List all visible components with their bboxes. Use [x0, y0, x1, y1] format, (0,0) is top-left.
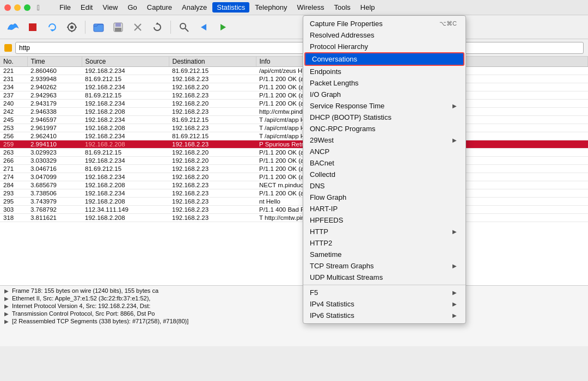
minimize-button[interactable]: [14, 4, 21, 11]
table-row[interactable]: 271 3.046716 81.69.212.15 192.168.2.23 P…: [0, 165, 588, 173]
info-row[interactable]: ▶[2 Reassembled TCP Segments (338 bytes)…: [0, 317, 588, 325]
table-row[interactable]: 256 2.962410 192.168.2.234 81.69.212.15 …: [0, 132, 588, 140]
start-capture-button[interactable]: [4, 19, 22, 36]
dropdown-item-ancp[interactable]: ANCP: [303, 146, 465, 157]
packet-table-container: No. Time Source Destination Info 221 2.8…: [0, 57, 588, 285]
dropdown-item-29west[interactable]: 29West▶: [303, 134, 465, 146]
table-row[interactable]: 318 3.811621 192.168.2.208 192.168.2.23 …: [0, 214, 588, 222]
menu-go[interactable]: Go: [123, 2, 141, 13]
dropdown-item-hpfeeds[interactable]: HPFEEDS: [303, 214, 465, 226]
dropdown-item-conversations[interactable]: Conversations: [304, 52, 464, 66]
capture-options-button[interactable]: [63, 19, 81, 36]
dropdown-item-packet-lengths[interactable]: Packet Lengths: [303, 77, 465, 89]
filter-bar: [0, 39, 588, 57]
submenu-arrow: ▶: [452, 301, 457, 307]
dropdown-item-protocol-hierarchy[interactable]: Protocol Hierarchy: [303, 41, 465, 52]
cell-dst: 192.168.2.23: [169, 181, 256, 189]
svg-rect-0: [29, 23, 36, 31]
dropdown-item-endpoints[interactable]: Endpoints: [303, 66, 465, 77]
reload-button[interactable]: [149, 19, 166, 36]
table-row[interactable]: 266 3.030329 192.168.2.234 192.168.2.20 …: [0, 157, 588, 165]
go-back-button[interactable]: [195, 19, 212, 36]
dropdown-item-bacnet[interactable]: BACnet: [303, 157, 465, 169]
dropdown-item-dhcp-(bootp)-statistics[interactable]: DHCP (BOOTP) Statistics: [303, 112, 465, 123]
table-row[interactable]: 242 2.946338 192.168.2.208 192.168.2.23 …: [0, 108, 588, 116]
restart-capture-button[interactable]: [44, 19, 61, 36]
stop-capture-button[interactable]: [24, 19, 41, 36]
apple-menu[interactable]: : [37, 3, 40, 12]
cell-no: 256: [0, 132, 27, 140]
dropdown-item-sametime[interactable]: Sametime: [303, 249, 465, 260]
dropdown-item-tcp-stream-graphs[interactable]: TCP Stream Graphs▶: [303, 260, 465, 272]
table-row[interactable]: 234 2.940262 192.168.2.234 192.168.2.20 …: [0, 83, 588, 91]
table-row[interactable]: 237 2.942963 81.69.212.15 192.168.2.23 P…: [0, 91, 588, 100]
filter-input[interactable]: [15, 42, 584, 54]
dropdown-item-f5[interactable]: F5▶: [303, 287, 465, 298]
cell-no: 245: [0, 116, 27, 124]
dropdown-separator: [303, 285, 465, 285]
dropdown-item-http2[interactable]: HTTP2: [303, 237, 465, 249]
dropdown-item-label: Resolved Addresses: [310, 31, 375, 39]
table-row[interactable]: 303 3.768792 112.34.111.149 192.168.2.23…: [0, 206, 588, 214]
go-forward-button[interactable]: [215, 19, 232, 36]
table-row[interactable]: 253 2.961997 192.168.2.208 192.168.2.23 …: [0, 124, 588, 132]
cell-dst: 192.168.2.20: [169, 149, 256, 157]
dropdown-item-hart-ip[interactable]: HART-IP: [303, 203, 465, 214]
menu-file[interactable]: File: [55, 2, 75, 13]
menu-wireless[interactable]: Wireless: [293, 2, 329, 13]
info-row[interactable]: ▶Ethernet II, Src: Apple_37:e1:52 (3c:22…: [0, 294, 588, 302]
maximize-button[interactable]: [24, 4, 30, 11]
menu-help[interactable]: Help: [356, 2, 379, 13]
info-row[interactable]: ▶Internet Protocol Version 4, Src: 192.1…: [0, 302, 588, 310]
info-row[interactable]: ▶Transmission Control Protocol, Src Port…: [0, 310, 588, 317]
menu-statistics[interactable]: Statistics: [212, 2, 249, 13]
menu-tools[interactable]: Tools: [329, 2, 354, 13]
info-text: Transmission Control Protocol, Src Port:…: [12, 310, 155, 317]
table-row[interactable]: 284 3.685679 192.168.2.208 192.168.2.23 …: [0, 181, 588, 189]
table-row[interactable]: 245 2.946597 192.168.2.234 81.69.212.15 …: [0, 116, 588, 124]
close-file-button[interactable]: [129, 19, 146, 36]
cell-dst: 192.168.2.23: [169, 91, 256, 100]
close-button[interactable]: [4, 4, 11, 11]
find-packet-button[interactable]: [175, 19, 193, 36]
dropdown-item-udp-multicast-streams[interactable]: UDP Multicast Streams: [303, 272, 465, 283]
cell-no: 237: [0, 91, 27, 100]
dropdown-item-resolved-addresses[interactable]: Resolved Addresses: [303, 29, 465, 41]
menu-telephony[interactable]: Telephony: [250, 2, 291, 13]
dropdown-item-collectd[interactable]: Collectd: [303, 169, 465, 180]
cell-time: 3.030329: [27, 157, 82, 165]
save-file-button[interactable]: [109, 19, 127, 36]
cell-dst: 192.168.2.23: [169, 75, 256, 83]
table-row[interactable]: 221 2.860460 192.168.2.234 81.69.212.15 …: [0, 67, 588, 75]
dropdown-item-http[interactable]: HTTP▶: [303, 226, 465, 237]
dropdown-item-service-response-time[interactable]: Service Response Time▶: [303, 100, 465, 112]
table-row[interactable]: 263 3.029923 81.69.212.15 192.168.2.20 P…: [0, 149, 588, 157]
menu-capture[interactable]: Capture: [143, 2, 176, 13]
cell-no: 242: [0, 108, 27, 116]
info-row[interactable]: ▶Frame 718: 155 bytes on wire (1240 bits…: [0, 287, 588, 294]
table-row[interactable]: 259 2.994110 192.168.2.208 192.168.2.23 …: [0, 140, 588, 149]
table-row[interactable]: 240 2.943179 192.168.2.234 192.168.2.20 …: [0, 100, 588, 108]
table-row[interactable]: 274 3.047099 192.168.2.234 192.168.2.20 …: [0, 173, 588, 181]
dropdown-item-i/o-graph[interactable]: I/O Graph: [303, 89, 465, 100]
dropdown-item-dns[interactable]: DNS: [303, 180, 465, 192]
table-row[interactable]: 295 3.743979 192.168.2.208 192.168.2.23 …: [0, 198, 588, 206]
dropdown-item-label: DNS: [310, 182, 324, 190]
table-row[interactable]: 293 3.738506 192.168.2.234 192.168.2.23 …: [0, 189, 588, 198]
dropdown-item-ipv6-statistics[interactable]: IPv6 Statistics▶: [303, 310, 465, 321]
cell-dst: 192.168.2.20: [169, 173, 256, 181]
dropdown-item-label: Protocol Hierarchy: [310, 42, 368, 51]
menu-edit[interactable]: Edit: [76, 2, 97, 13]
dropdown-item-capture-file-properties[interactable]: Capture File Properties⌥⌘C: [303, 18, 465, 29]
table-row[interactable]: 231 2.939948 81.69.212.15 192.168.2.23 P…: [0, 75, 588, 83]
dropdown-item-ipv4-statistics[interactable]: IPv4 Statistics▶: [303, 298, 465, 310]
open-file-button[interactable]: [90, 19, 107, 36]
dropdown-item-label: HTTP2: [310, 239, 332, 247]
expand-arrow: ▶: [4, 296, 10, 302]
cell-dst: 192.168.2.23: [169, 124, 256, 132]
menu-wireshark[interactable]: [45, 7, 54, 9]
dropdown-item-flow-graph[interactable]: Flow Graph: [303, 192, 465, 203]
menu-analyze[interactable]: Analyze: [177, 2, 211, 13]
menu-view[interactable]: View: [98, 2, 122, 13]
dropdown-item-onc-rpc-programs[interactable]: ONC-RPC Programs: [303, 123, 465, 134]
